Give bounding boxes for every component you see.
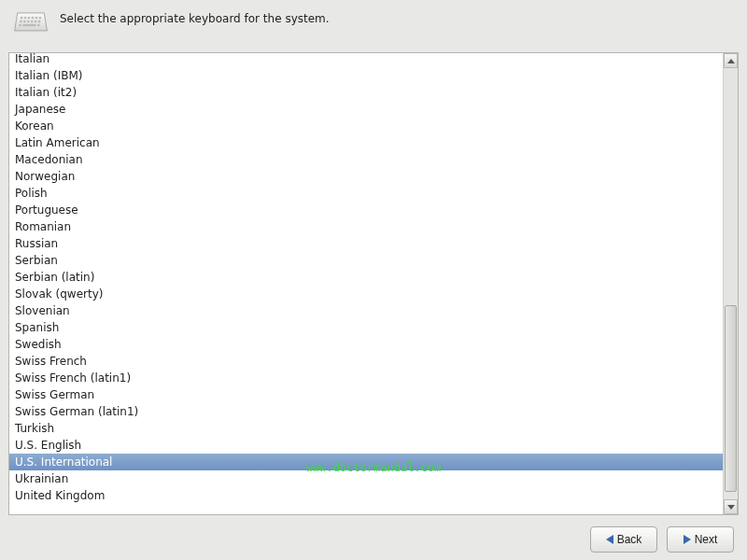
list-item[interactable]: Macedonian (9, 151, 723, 168)
next-button[interactable]: Next (667, 526, 734, 553)
svg-rect-15 (37, 24, 39, 26)
footer: Back Next (0, 519, 747, 560)
list-item[interactable]: Norwegian (9, 168, 723, 185)
arrow-right-icon (684, 535, 691, 544)
list-item[interactable]: Swiss French (latin1) (9, 370, 723, 386)
list-item[interactable]: Swedish (9, 336, 723, 353)
list-item[interactable]: Romanian (9, 218, 723, 235)
svg-rect-2 (24, 17, 26, 19)
list-item[interactable]: Serbian (9, 252, 723, 269)
list-item[interactable]: Italian (it2) (9, 84, 723, 101)
list-item[interactable]: U.S. English (9, 437, 723, 454)
list-item[interactable]: Japanese (9, 101, 723, 118)
list-item[interactable]: Turkish (9, 420, 723, 437)
svg-rect-6 (39, 17, 41, 19)
svg-rect-11 (35, 21, 36, 22)
svg-rect-8 (23, 21, 25, 22)
list-item[interactable]: Spanish (9, 319, 723, 336)
back-button-label: Back (617, 533, 642, 546)
svg-rect-10 (31, 21, 33, 22)
list-item[interactable]: United Kingdom (9, 487, 723, 504)
list-item[interactable]: Swiss French (9, 353, 723, 370)
list-item[interactable]: Serbian (latin) (9, 269, 723, 286)
list-item[interactable]: Russian (9, 235, 723, 252)
svg-rect-3 (28, 17, 30, 19)
scroll-thumb[interactable] (725, 305, 737, 492)
list-item[interactable]: Korean (9, 118, 723, 134)
svg-rect-13 (19, 24, 21, 26)
keyboard-icon (13, 9, 49, 37)
list-item[interactable]: Polish (9, 185, 723, 202)
svg-rect-7 (20, 21, 21, 22)
svg-rect-9 (27, 21, 29, 22)
svg-rect-5 (35, 17, 37, 19)
svg-rect-14 (22, 24, 35, 26)
header: Select the appropriate keyboard for the … (0, 0, 747, 45)
next-button-label: Next (695, 533, 718, 546)
back-button[interactable]: Back (590, 526, 657, 553)
list-item[interactable]: Swiss German (9, 386, 723, 403)
svg-rect-4 (32, 17, 34, 19)
list-item[interactable]: Italian (9, 53, 723, 67)
list-item[interactable]: Ukrainian (9, 470, 723, 487)
svg-rect-12 (38, 21, 40, 22)
arrow-left-icon (606, 535, 613, 544)
list-item[interactable]: U.S. International (9, 454, 723, 470)
list-item[interactable]: Latin American (9, 134, 723, 151)
scroll-down-button[interactable] (724, 499, 738, 514)
scroll-up-button[interactable] (724, 53, 738, 68)
scrollbar[interactable] (723, 53, 738, 514)
list-item[interactable]: Portuguese (9, 202, 723, 218)
list-item[interactable]: Slovak (qwerty) (9, 286, 723, 302)
instruction-text: Select the appropriate keyboard for the … (60, 9, 330, 26)
keyboard-listbox[interactable]: ItalianItalian (IBM)Italian (it2)Japanes… (8, 52, 739, 515)
list-item[interactable]: Italian (IBM) (9, 67, 723, 84)
svg-rect-1 (21, 17, 22, 19)
list-item[interactable]: Slovenian (9, 302, 723, 319)
list-item[interactable]: Swiss German (latin1) (9, 403, 723, 420)
